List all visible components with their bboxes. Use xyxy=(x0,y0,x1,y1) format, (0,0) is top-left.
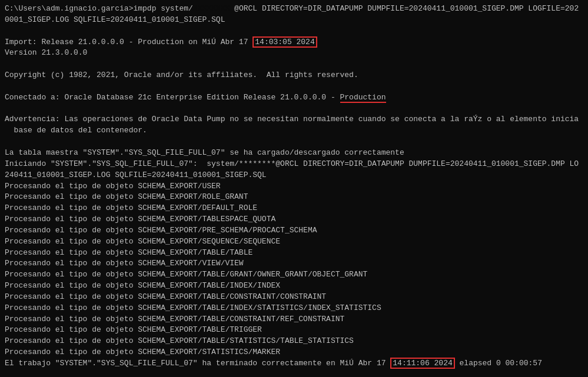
tabla-maestra-line: La tabla maestra "SYSTEM"."SYS_SQL_FILE_… xyxy=(5,148,583,159)
proc-tablespace-quota: Procesando el tipo de objeto SCHEMA_EXPO… xyxy=(5,214,583,225)
proc-index: Procesando el tipo de objeto SCHEMA_EXPO… xyxy=(5,281,583,292)
warning-line1: Advertencia: Las operaciones de Oracle D… xyxy=(5,114,583,125)
connected-line: Conectado a: Oracle Database 21c Enterpr… xyxy=(5,92,583,104)
blank2 xyxy=(5,59,583,70)
timestamp-end: 14:11:06 2024 xyxy=(390,358,454,369)
proc-marker: Procesando el tipo de objeto SCHEMA_EXPO… xyxy=(5,347,583,358)
proc-pre-schema: Procesando el tipo de objeto SCHEMA_EXPO… xyxy=(5,225,583,236)
cmd-line: C:\Users\adm.ignacio.garcia>impdp system… xyxy=(5,4,583,15)
cmd-line2: 0001_SIGEP.LOG SQLFILE=20240411_010001_S… xyxy=(5,15,583,26)
proc-trigger: Procesando el tipo de objeto SCHEMA_EXPO… xyxy=(5,325,583,336)
timestamp-start: 14:03:05 2024 xyxy=(253,36,317,48)
proc-owner-grant: Procesando el tipo de objeto SCHEMA_EXPO… xyxy=(5,269,583,281)
proc-user: Procesando el tipo de objeto SCHEMA_EXPO… xyxy=(5,181,583,192)
proc-role-grant: Procesando el tipo de objeto SCHEMA_EXPO… xyxy=(5,192,583,203)
blank5 xyxy=(5,136,583,148)
proc-view: Procesando el tipo de objeto SCHEMA_EXPO… xyxy=(5,258,583,269)
warning-line2: base de datos del contenedor. xyxy=(5,125,583,136)
iniciando-line: Iniciando "SYSTEM"."SYS_SQL_FILE_FULL_07… xyxy=(5,159,583,170)
finish-line: El trabajo "SYSTEM"."SYS_SQL_FILE_FULL_0… xyxy=(5,358,583,369)
proc-ref-constraint: Procesando el tipo de objeto SCHEMA_EXPO… xyxy=(5,314,583,325)
blank6 xyxy=(5,369,583,377)
blank4 xyxy=(5,104,583,115)
production-text: Production xyxy=(340,93,386,103)
proc-constraint: Procesando el tipo de objeto SCHEMA_EXPO… xyxy=(5,292,583,303)
proc-default-role: Procesando el tipo de objeto SCHEMA_EXPO… xyxy=(5,203,583,214)
copyright-line: Copyright (c) 1982, 2021, Oracle and/or … xyxy=(5,70,583,81)
proc-index-stats: Procesando el tipo de objeto SCHEMA_EXPO… xyxy=(5,303,583,314)
blank1 xyxy=(5,26,583,37)
blank3 xyxy=(5,81,583,92)
log-line: 240411_010001_SIGEP.LOG SQLFILE=20240411… xyxy=(5,170,583,181)
version-line: Version 21.3.0.0.0 xyxy=(5,48,583,59)
proc-table-stats: Procesando el tipo de objeto SCHEMA_EXPO… xyxy=(5,336,583,347)
terminal-window: C:\Users\adm.ignacio.garcia>impdp system… xyxy=(0,0,588,377)
proc-table: Procesando el tipo de objeto SCHEMA_EXPO… xyxy=(5,248,583,259)
proc-sequence: Procesando el tipo de objeto SCHEMA_EXPO… xyxy=(5,236,583,248)
import-release-line: Import: Release 21.0.0.0.0 - Production … xyxy=(5,37,583,48)
